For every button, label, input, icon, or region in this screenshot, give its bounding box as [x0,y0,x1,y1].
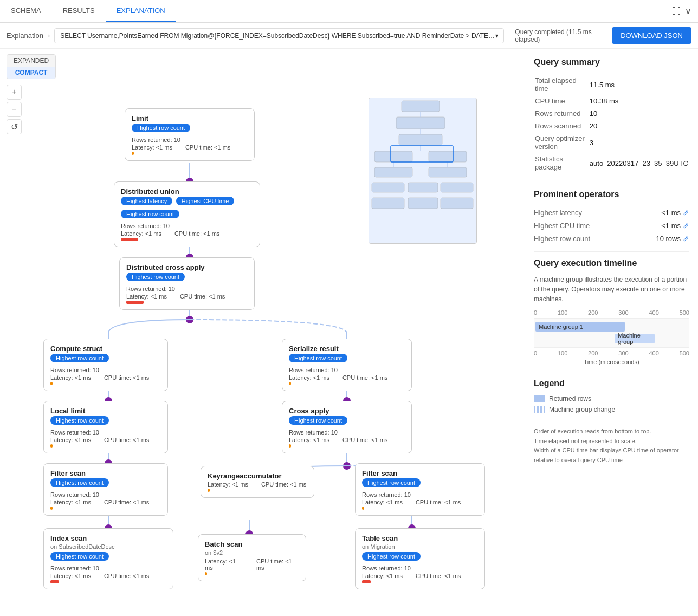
svg-rect-25 [374,151,412,162]
is-stats: Latency: <1 ms CPU time: <1 ms [50,573,166,579]
zoom-reset-button[interactable]: ↺ [7,119,22,134]
main-container: EXPANDED COMPACT + − ↺ [0,49,698,616]
svg-rect-27 [374,167,412,177]
du-rows: Rows returned: 10 [121,223,253,229]
download-json-button[interactable]: DOWNLOAD JSON [612,27,691,44]
cross-apply-node[interactable]: Cross apply Highest row count Rows retur… [282,401,412,453]
index-scan-node[interactable]: Index scan on SubscribedDateDesc Highest… [43,528,173,589]
plan-canvas[interactable]: Limit Highest row count Rows returned: 1… [0,49,525,616]
filter-scan-left-node[interactable]: Filter scan Highest row count Rows retur… [43,463,168,516]
prominent-row-label: Highest row count [534,235,590,243]
ts-subtitle: on Migration [362,543,478,550]
prominent-rows: Highest latency <1 ms ⇗ Highest CPU time… [534,206,689,245]
local-limit-node[interactable]: Local limit Highest row count Rows retur… [43,401,168,453]
sr-stats: Latency: <1 ms CPU time: <1 ms [289,374,405,381]
timeline-bar-1: Machine group [615,334,655,343]
fsr-stats: Latency: <1 ms CPU time: <1 ms [362,499,478,505]
zoom-out-button[interactable]: − [7,102,22,117]
table-scan-node[interactable]: Table scan on Migration Highest row coun… [355,528,485,589]
summary-row: Statistics packageauto_20220317_23_35_39… [535,153,688,173]
sr-title: Serialize result [289,345,405,353]
keyrange-node[interactable]: Keyrangeaccumulator Latency: <1 ms CPU t… [201,466,314,498]
summary-label: Total elapsed time [535,75,589,94]
expanded-view-button[interactable]: EXPANDED [7,55,55,67]
ca-badge-0: Highest row count [289,416,347,425]
svg-rect-24 [399,134,442,145]
legend-item-0: Returned rows [534,395,689,403]
timeline-title: Query execution timeline [534,258,689,268]
fsr-title: Filter scan [362,469,478,477]
dca-badge-0: Highest row count [126,273,185,281]
footnote: Order of execution reads from bottom to … [534,427,689,465]
is-rows: Rows returned: 10 [50,565,166,572]
timeline-desc: A machine group illustrates the executio… [534,275,689,304]
summary-row: Total elapsed time11.5 ms [535,75,688,94]
distributed-union-node[interactable]: Distributed union Highest latency Highes… [114,181,260,247]
legend-label-0: Returned rows [549,395,591,403]
limit-node[interactable]: Limit Highest row count Rows returned: 1… [125,108,255,161]
chevron-down-icon[interactable]: ∨ [685,6,691,16]
bs-subtitle: on $v2 [205,549,299,556]
summary-value: 3 [590,133,688,152]
limit-rows: Rows returned: 10 [132,137,248,143]
minimap[interactable] [369,98,477,244]
prominent-link-icon[interactable]: ⇗ [683,208,689,217]
summary-label: Query optimizer version [535,133,589,152]
cs-stats: Latency: <1 ms CPU time: <1 ms [50,374,161,381]
bs-bars [205,572,299,575]
ll-stats: Latency: <1 ms CPU time: <1 ms [50,437,161,443]
fsl-bars [50,507,161,510]
ca-bars [289,444,405,448]
svg-rect-23 [396,117,445,129]
timeline-bars: Machine group 1 Machine group [534,318,689,348]
zoom-in-button[interactable]: + [7,85,22,100]
ll-rows: Rows returned: 10 [50,429,161,436]
serialize-result-node[interactable]: Serialize result Highest row count Rows … [282,339,412,391]
compute-struct-node[interactable]: Compute struct Highest row count Rows re… [43,339,168,391]
query-status: Query completed (11.5 ms elapsed) [508,28,607,43]
summary-value: 11.5 ms [590,75,688,94]
batch-scan-node[interactable]: Batch scan on $v2 Latency: <1 ms CPU tim… [198,534,306,581]
right-panel: Query summary Total elapsed time11.5 msC… [525,49,698,616]
filter-scan-right-node[interactable]: Filter scan Highest row count Rows retur… [355,463,485,516]
prominent-row: Highest row count 10 rows ⇗ [534,232,689,245]
prominent-link-icon[interactable]: ⇗ [683,234,689,243]
minimap-canvas [369,98,476,243]
sr-rows: Rows returned: 10 [289,367,405,373]
sr-badge-0: Highest row count [289,354,347,362]
kr-stats: Latency: <1 ms CPU time: <1 ms [208,481,307,488]
svg-point-5 [186,316,193,323]
svg-rect-26 [429,151,467,162]
top-nav: SCHEMA RESULTS EXPLANATION ⛶ ∨ [0,0,698,23]
du-bars [121,238,253,241]
query-selector[interactable]: SELECT Username,PointsEarned FROM Migrat… [54,28,504,43]
dca-node[interactable]: Distributed cross apply Highest row coun… [119,257,255,310]
tab-explanation[interactable]: EXPLANATION [106,0,176,22]
query-text: SELECT Username,PointsEarned FROM Migrat… [60,32,495,40]
summary-label: CPU time [535,95,589,107]
kr-title: Keyrangeaccumulator [208,472,307,480]
prominent-row: Highest latency <1 ms ⇗ [534,206,689,219]
bs-title: Batch scan [205,540,299,548]
prominent-row-label: Highest CPU time [534,222,590,230]
svg-rect-33 [408,198,438,209]
cs-badge-0: Highest row count [50,354,109,362]
prominent-link-icon[interactable]: ⇗ [683,221,689,230]
prominent-row-value: <1 ms ⇗ [661,208,689,217]
tab-schema[interactable]: SCHEMA [0,0,52,22]
legend-solid-color [534,395,545,402]
ts-stats: Latency: <1 ms CPU time: <1 ms [362,573,478,579]
fsr-rows: Rows returned: 10 [362,491,478,498]
breadcrumb-label: Explanation [7,31,43,40]
summary-value: auto_20220317_23_35_39UTC [590,153,688,173]
prominent-row-label: Highest latency [534,209,582,217]
legend-striped-color [534,406,545,413]
tab-results[interactable]: RESULTS [52,0,106,22]
zoom-controls: + − ↺ [7,85,56,134]
legend-label-1: Machine group change [549,406,615,413]
fullscreen-icon[interactable]: ⛶ [672,7,681,16]
query-summary-section: Query summary Total elapsed time11.5 msC… [534,57,689,174]
compact-view-button[interactable]: COMPACT [7,67,55,79]
summary-value: 10.38 ms [590,95,688,107]
limit-stats: Latency: <1 ms CPU time: <1 ms [132,144,248,151]
